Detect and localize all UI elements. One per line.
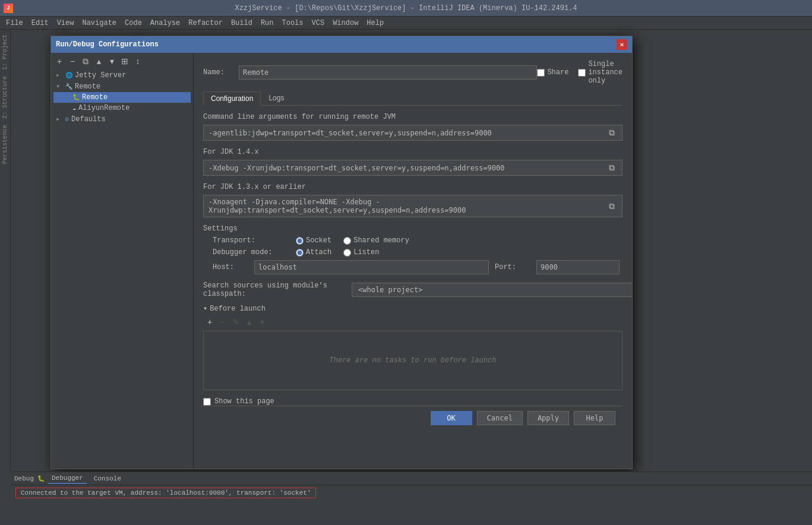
remove-config-button[interactable]: −	[67, 55, 78, 67]
menu-help[interactable]: Help	[363, 18, 387, 29]
bl-remove-button[interactable]: −	[217, 317, 228, 327]
bl-move-down-button[interactable]: ▾	[257, 317, 267, 327]
shared-memory-radio-label[interactable]: Shared memory	[343, 236, 409, 245]
menu-edit[interactable]: Edit	[28, 18, 52, 29]
before-launch-area: There are no tasks to run before launch	[203, 331, 623, 390]
socket-radio-label[interactable]: Socket	[296, 236, 331, 245]
console-tab[interactable]: Console	[90, 474, 125, 483]
dialog-overlay: Run/Debug Configurations × + − ⧉ ▴ ▾ ⊞ ↕…	[0, 30, 812, 508]
move-up-button[interactable]: ▴	[93, 55, 105, 67]
menu-tools[interactable]: Tools	[279, 18, 307, 29]
show-page-label: Show this page	[214, 397, 274, 406]
name-label: Name:	[203, 68, 239, 77]
copy-command-line-button[interactable]: ⧉	[606, 128, 617, 138]
ok-button[interactable]: OK	[431, 411, 472, 425]
vtab-structure[interactable]: 2: Structure	[1, 74, 10, 121]
menu-code[interactable]: Code	[121, 18, 146, 29]
config-tree-panel: + − ⧉ ▴ ▾ ⊞ ↕ ▸ 🌐 Jetty Server ▾ 🔧	[51, 53, 194, 469]
window-title: XzzjService - [D:\Repos\Git\XzzjService]…	[235, 4, 577, 12]
copy-jdk14-button[interactable]: ⧉	[606, 163, 617, 173]
host-port-row: Host: Port:	[203, 260, 623, 274]
menu-refactor[interactable]: Refactor	[185, 18, 226, 29]
vtab-persistence[interactable]: Persistence	[1, 122, 10, 166]
debugger-mode-row: Debugger mode: Attach Listen	[203, 248, 623, 257]
config-node-aliyun[interactable]: ☁ AliyunRemote	[53, 103, 191, 113]
host-label: Host:	[213, 263, 248, 271]
jdk14-value: -Xdebug -Xrunjdwp:transport=dt_socket,se…	[208, 164, 505, 172]
remote-label: Remote	[82, 93, 108, 102]
add-config-button[interactable]: +	[53, 55, 65, 67]
name-input[interactable]	[239, 65, 537, 80]
menu-file[interactable]: File	[2, 18, 27, 29]
intellij-icon: J	[4, 4, 13, 13]
share-label: Share	[547, 68, 568, 77]
vtab-project[interactable]: 1: Project	[1, 32, 10, 72]
cancel-button[interactable]: Cancel	[477, 411, 523, 425]
settings-title: Settings	[203, 224, 623, 233]
dialog-body: + − ⧉ ▴ ▾ ⊞ ↕ ▸ 🌐 Jetty Server ▾ 🔧	[51, 53, 632, 469]
show-page-checkbox[interactable]	[203, 398, 211, 406]
bl-edit-button[interactable]: ✎	[230, 317, 241, 327]
jetty-icon: 🌐	[65, 72, 72, 79]
left-vertical-tabs: 1: Project 2: Structure Persistence	[0, 30, 11, 472]
jdk14-box: -Xdebug -Xrunjdwp:transport=dt_socket,se…	[203, 160, 623, 176]
debug-icon: 🐛	[37, 475, 45, 482]
shared-memory-radio[interactable]	[343, 237, 351, 245]
copy-jdk13-button[interactable]: ⧉	[606, 201, 617, 211]
group-button[interactable]: ⊞	[119, 55, 131, 67]
attach-radio[interactable]	[296, 249, 304, 257]
listen-radio[interactable]	[343, 249, 351, 257]
move-down-button[interactable]: ▾	[106, 55, 118, 67]
jetty-label: Jetty Server	[75, 71, 126, 80]
config-node-defaults[interactable]: ▸ ⚙ Defaults	[53, 113, 191, 125]
menu-window[interactable]: Window	[329, 18, 362, 29]
expand-icon-defaults: ▸	[56, 115, 63, 124]
bl-add-button[interactable]: +	[204, 317, 215, 327]
socket-radio[interactable]	[296, 237, 304, 245]
menu-navigate[interactable]: Navigate	[78, 18, 120, 29]
dialog-close-button[interactable]: ×	[617, 39, 627, 50]
config-node-remote-group[interactable]: ▾ 🔧 Remote	[53, 81, 191, 92]
debugger-tab[interactable]: Debugger	[48, 473, 87, 484]
expand-icon-jetty: ▸	[56, 71, 63, 80]
share-checkbox-label[interactable]: Share	[537, 68, 568, 77]
debug-panel-label: Debug	[14, 475, 34, 482]
before-launch-title: Before launch	[210, 305, 266, 313]
jdk14-label: For JDK 1.4.x	[203, 148, 623, 156]
debug-tab-bar: Debug 🐛 Debugger Console	[11, 472, 812, 485]
defaults-icon: ⚙	[65, 116, 69, 123]
menu-view[interactable]: View	[53, 18, 78, 29]
menu-vcs[interactable]: VCS	[308, 18, 328, 29]
listen-radio-label[interactable]: Listen	[343, 248, 379, 257]
sort-button[interactable]: ↕	[132, 55, 144, 67]
tab-configuration[interactable]: Configuration	[203, 91, 261, 106]
transport-row: Transport: Socket Shared memory	[203, 236, 623, 245]
config-node-remote[interactable]: 🐛 Remote	[53, 92, 191, 103]
config-tree-toolbar: + − ⧉ ▴ ▾ ⊞ ↕	[53, 55, 191, 67]
jdk13-label: For JDK 1.3.x or earlier	[203, 183, 623, 191]
port-input[interactable]	[536, 260, 620, 274]
module-select-container: <whole project> ▾	[352, 283, 632, 297]
port-label: Port:	[495, 263, 530, 271]
host-input[interactable]	[254, 260, 489, 274]
bl-move-up-button[interactable]: ▴	[244, 317, 254, 327]
help-button[interactable]: Help	[574, 411, 615, 425]
before-launch-header[interactable]: ▾ Before launch	[203, 304, 623, 313]
menu-build[interactable]: Build	[228, 18, 256, 29]
single-instance-checkbox[interactable]	[578, 69, 586, 77]
tab-logs[interactable]: Logs	[261, 91, 292, 105]
title-bar: J XzzjService - [D:\Repos\Git\XzzjServic…	[0, 0, 812, 17]
aliyun-label: AliyunRemote	[78, 104, 129, 112]
share-checkbox[interactable]	[537, 69, 545, 77]
config-node-jetty[interactable]: ▸ 🌐 Jetty Server	[53, 69, 191, 81]
config-content-panel: Name: Share Single instance only	[194, 53, 632, 469]
module-select[interactable]: <whole project>	[352, 283, 632, 297]
menu-run[interactable]: Run	[257, 18, 277, 29]
copy-config-button[interactable]: ⧉	[80, 55, 91, 67]
before-launch-toolbar: + − ✎ ▴ ▾	[203, 317, 623, 327]
apply-button[interactable]: Apply	[527, 411, 569, 425]
attach-radio-label[interactable]: Attach	[296, 248, 331, 257]
menu-analyse[interactable]: Analyse	[147, 18, 184, 29]
single-instance-checkbox-label[interactable]: Single instance only	[578, 60, 623, 85]
debug-panel: Debug 🐛 Debugger Console Connected to th…	[11, 472, 812, 525]
